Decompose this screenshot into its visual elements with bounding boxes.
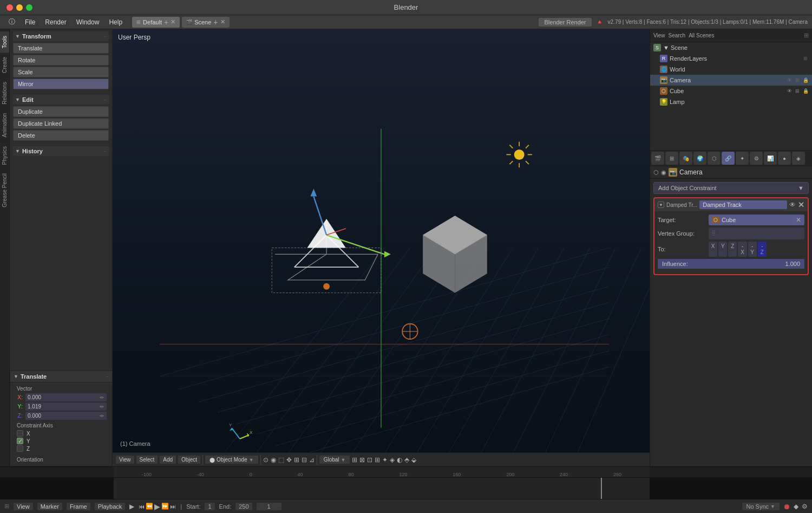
vp-add-menu[interactable]: Add <box>160 456 176 464</box>
vector-z-input[interactable]: 0.000 ◂▸ <box>25 412 107 420</box>
edit-header[interactable]: ▼ Edit ·· <box>13 95 109 105</box>
end-frame-input[interactable]: 250 <box>235 503 252 510</box>
outliner-item-camera[interactable]: 📷 Camera 👁 ⊞ 🔒 <box>650 75 812 86</box>
render-engine-selector[interactable]: Blender Render <box>539 18 591 27</box>
menu-window[interactable]: Window <box>72 17 104 27</box>
history-header[interactable]: ▼ History ·· <box>13 146 109 156</box>
close-button[interactable] <box>6 4 13 11</box>
cube-lock-icon[interactable]: 🔒 <box>802 88 809 94</box>
sync-selector[interactable]: No Sync ▼ <box>742 503 780 510</box>
timeline-scrubber-area[interactable] <box>0 478 812 499</box>
camera-lock-icon[interactable]: 🔒 <box>802 77 809 83</box>
camera-render-icon[interactable]: ⊞ <box>794 77 801 83</box>
vp-icon-10[interactable]: ⊡ <box>367 456 372 464</box>
side-tab-tools[interactable]: Tools <box>0 31 9 53</box>
timeline-playhead[interactable] <box>601 478 602 499</box>
vp-icon-4[interactable]: ✥ <box>286 456 292 464</box>
viewport[interactable]: User Persp <box>113 29 650 466</box>
status-frame-btn[interactable]: Frame <box>67 503 90 510</box>
constraint-target-value[interactable]: ⬡ Cube ✕ <box>709 215 804 225</box>
vp-view-menu[interactable]: View <box>116 456 134 464</box>
target-clear-icon[interactable]: ✕ <box>796 216 801 224</box>
outliner-item-lamp[interactable]: 💡 Lamp <box>650 96 812 107</box>
next-frame-icon[interactable]: ⏭ <box>170 503 176 510</box>
current-frame-input[interactable]: 1 <box>257 503 281 510</box>
vp-icon-9[interactable]: ⊠ <box>359 456 365 464</box>
axis-x-checkbox[interactable] <box>17 430 23 437</box>
maximize-button[interactable] <box>26 4 32 11</box>
edit-options-icon[interactable]: ·· <box>103 97 107 103</box>
prop-tab-particles[interactable]: ✦ <box>736 152 749 165</box>
vp-icon-14[interactable]: ◐ <box>397 456 402 464</box>
to-x-button[interactable]: X <box>709 242 717 257</box>
history-options-icon[interactable]: ·· <box>103 148 107 154</box>
workspace-tab-default[interactable]: ⊞ Default + ✕ <box>132 17 180 28</box>
side-tab-animation[interactable]: Animation <box>0 109 9 141</box>
workspace-scene-close-icon[interactable]: ✕ <box>220 18 225 25</box>
outliner-view-btn[interactable]: View <box>653 33 665 38</box>
outliner-item-renderlayers[interactable]: R RenderLayers ⊞ <box>650 53 812 64</box>
status-icon[interactable]: ⊞ <box>4 503 9 510</box>
status-playback-btn[interactable]: Playback <box>95 503 126 510</box>
rotate-button[interactable]: Rotate <box>13 55 109 66</box>
scale-button[interactable]: Scale <box>13 67 109 77</box>
prop-icon-2[interactable]: ◉ <box>661 169 666 176</box>
outliner-scenes-btn[interactable]: All Scenes <box>689 33 714 38</box>
cube-eye-icon[interactable]: 👁 <box>786 88 793 94</box>
prop-tab-render[interactable]: 🎬 <box>651 152 664 165</box>
prop-tab-object[interactable]: ⬡ <box>708 152 721 165</box>
status-marker-btn[interactable]: Marker <box>37 503 62 510</box>
prop-tab-data[interactable]: 📊 <box>764 152 777 165</box>
timeline-ruler-track[interactable]: -100 -40 0 40 80 120 160 200 240 260 <box>114 467 650 477</box>
menu-help[interactable]: Help <box>104 17 127 27</box>
vp-icon-12[interactable]: ✦ <box>382 456 388 464</box>
prop-tab-scene[interactable]: 🎭 <box>679 152 692 165</box>
to-neg-x-button[interactable]: -X <box>738 242 746 257</box>
side-tab-physics[interactable]: Physics <box>0 142 9 169</box>
constraint-visibility-icon[interactable]: 👁 <box>789 201 796 209</box>
prop-tab-world[interactable]: 🌍 <box>693 152 706 165</box>
y-stepper-icon[interactable]: ◂▸ <box>99 404 104 410</box>
side-tab-create[interactable]: Create <box>0 53 9 77</box>
vp-mode-selector[interactable]: ⬤ Object Mode ▼ <box>205 456 258 464</box>
constraint-vgroup-value[interactable]: ⣿ <box>709 228 804 239</box>
translate-button[interactable]: Translate <box>13 43 109 54</box>
outliner-scroll[interactable]: S ▼ Scene R RenderLayers ⊞ 🌐 World 📷 <box>650 42 812 107</box>
transform-header[interactable]: ▼ Transform ·· <box>13 31 109 41</box>
prop-tab-constraints[interactable]: 🔗 <box>722 152 735 165</box>
vp-icon-5[interactable]: ⊞ <box>294 456 299 464</box>
step-forward-icon[interactable]: ⏩ <box>161 503 169 510</box>
translate-panel-options-icon[interactable]: ·· <box>106 374 109 380</box>
minimize-button[interactable] <box>16 4 23 11</box>
constraint-close-button[interactable]: ✕ <box>798 200 804 209</box>
vp-icon-11[interactable]: ⊞ <box>375 456 380 464</box>
outliner-item-world[interactable]: 🌐 World <box>650 64 812 75</box>
outliner-icon[interactable]: ⊞ <box>804 32 809 39</box>
workspace-scene-add-icon[interactable]: + <box>213 18 218 27</box>
vp-icon-7[interactable]: ⊿ <box>309 456 315 464</box>
vector-x-input[interactable]: 0.000 ◂▸ <box>25 393 107 401</box>
timeline-settings-icon[interactable]: ⚙ <box>802 503 808 510</box>
vector-y-input[interactable]: 1.019 ◂▸ <box>25 402 107 411</box>
outliner-search-btn[interactable]: Search <box>669 33 686 38</box>
status-view-btn[interactable]: View <box>14 503 33 510</box>
vp-icon-13[interactable]: ◈ <box>390 456 395 464</box>
keying-icon[interactable]: ◆ <box>794 503 798 510</box>
x-stepper-icon[interactable]: ◂▸ <box>99 394 104 400</box>
renderlayers-render-icon[interactable]: ⊞ <box>802 55 809 62</box>
vp-icon-15[interactable]: ⬘ <box>404 456 409 464</box>
duplicate-button[interactable]: Duplicate <box>13 106 109 117</box>
cube-render-icon[interactable]: ⊞ <box>794 88 801 94</box>
vp-icon-3[interactable]: ⬚ <box>278 456 284 464</box>
prop-tab-material[interactable]: ● <box>778 152 791 165</box>
play-icon[interactable]: ▶ <box>129 503 134 510</box>
menu-info-icon[interactable]: ⓘ <box>4 16 19 28</box>
add-constraint-button[interactable]: Add Object Constraint ▼ <box>653 182 809 194</box>
mirror-button[interactable]: Mirror <box>13 79 109 89</box>
axis-z-checkbox[interactable] <box>17 445 23 452</box>
vp-icon-1[interactable]: ⊙ <box>263 456 269 464</box>
prop-tab-texture[interactable]: ◈ <box>792 152 805 165</box>
vp-select-menu[interactable]: Select <box>136 456 158 464</box>
menu-file[interactable]: File <box>21 17 40 27</box>
delete-button[interactable]: Delete <box>13 130 109 141</box>
